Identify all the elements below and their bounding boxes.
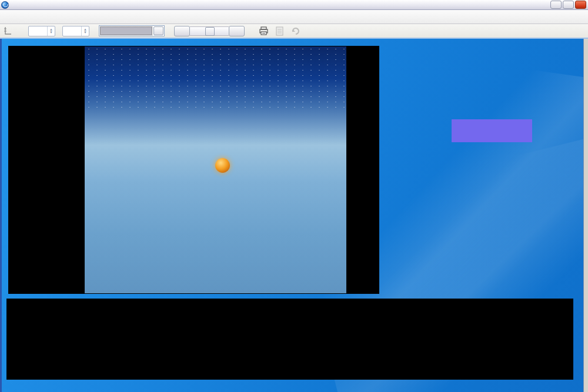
feedback-ball (215, 158, 230, 173)
window-frame-left (0, 39, 2, 392)
max-spinner-arrows[interactable]: ▲▼ (81, 26, 89, 36)
undo-icon[interactable] (290, 26, 300, 36)
window-frame-right (583, 39, 588, 392)
3d-cylinder-scene (85, 46, 346, 293)
min-spinner[interactable]: ▲▼ (28, 26, 55, 36)
current-value-box (452, 119, 532, 142)
report-icon[interactable] (275, 26, 285, 36)
scrollbar-thumb[interactable] (205, 27, 215, 36)
title-bar[interactable] (0, 0, 588, 10)
close-button[interactable] (575, 1, 586, 9)
scroll-left-button[interactable] (174, 26, 190, 36)
print-icon[interactable] (259, 26, 269, 36)
dropdown-arrow-icon[interactable] (153, 26, 163, 35)
signal-scale (8, 46, 83, 294)
trend-chart-panel[interactable] (6, 299, 573, 380)
axis-scale-icon[interactable] (4, 26, 12, 36)
scroll-right-button[interactable] (229, 26, 245, 36)
toolbar: ▲▼ ▲▼ (0, 24, 588, 39)
time-scrollbar[interactable] (174, 25, 245, 36)
main-content (0, 39, 588, 392)
app-icon (1, 1, 9, 9)
max-spinner[interactable]: ▲▼ (62, 26, 89, 36)
animation-display-panel (8, 46, 379, 294)
minimize-button[interactable] (550, 1, 562, 9)
maximize-button[interactable] (563, 1, 574, 9)
sky-texture (85, 46, 346, 111)
interval-dropdown[interactable] (99, 25, 165, 36)
scrollbar-track[interactable] (190, 26, 229, 36)
menu-bar (0, 10, 588, 24)
application-window: ▲▼ ▲▼ (0, 0, 588, 392)
min-spinner-arrows[interactable]: ▲▼ (47, 26, 55, 36)
